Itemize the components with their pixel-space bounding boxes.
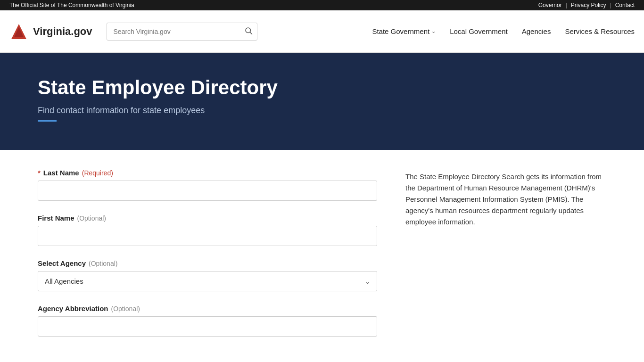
contact-link[interactable]: Contact xyxy=(615,2,635,8)
nav-local-government[interactable]: Local Government xyxy=(450,27,508,35)
hero-subtitle: Find contact information for state emplo… xyxy=(38,106,606,115)
first-name-qualifier: (Optional) xyxy=(77,214,106,222)
search-icon xyxy=(244,26,253,35)
privacy-policy-link[interactable]: Privacy Policy xyxy=(571,2,606,8)
virginia-logo-icon xyxy=(9,22,28,41)
hero-underline xyxy=(38,120,57,122)
nav-state-government[interactable]: State Government ⌄ xyxy=(372,27,436,35)
agency-abbreviation-label-text: Agency Abbreviation xyxy=(38,304,108,313)
select-agency-qualifier: (Optional) xyxy=(89,260,117,267)
search-area xyxy=(107,23,257,41)
chevron-down-icon: ⌄ xyxy=(431,28,436,34)
official-site-text: The Official Site of The Commonwealth of… xyxy=(9,2,134,8)
divider-2: | xyxy=(610,2,611,8)
first-name-label-text: First Name xyxy=(38,214,74,222)
top-bar-links: Governor | Privacy Policy | Contact xyxy=(538,2,635,8)
main-nav: State Government ⌄ Local Government Agen… xyxy=(372,27,635,35)
agency-abbreviation-group: Agency Abbreviation (Optional) xyxy=(38,304,377,337)
logo-text: Virginia.gov xyxy=(33,25,92,38)
required-star: * xyxy=(38,169,41,177)
agency-select[interactable]: All Agencies xyxy=(38,271,377,291)
nav-services-resources[interactable]: Services & Resources xyxy=(565,27,635,35)
search-button[interactable] xyxy=(244,26,253,37)
svg-line-3 xyxy=(250,32,252,34)
form-section: * Last Name (Required) First Name (Optio… xyxy=(38,169,377,350)
page-title: State Employee Directory xyxy=(38,76,606,99)
select-agency-label: Select Agency (Optional) xyxy=(38,259,377,267)
header: Virginia.gov State Government ⌄ Local Go… xyxy=(0,10,644,53)
sidebar-info: The State Employee Directory Search gets… xyxy=(405,169,606,350)
main-content: * Last Name (Required) First Name (Optio… xyxy=(0,150,644,362)
select-agency-wrapper: All Agencies ⌄ xyxy=(38,271,377,291)
last-name-group: * Last Name (Required) xyxy=(38,169,377,201)
top-bar: The Official Site of The Commonwealth of… xyxy=(0,0,644,10)
logo-link[interactable]: Virginia.gov xyxy=(9,22,92,41)
governor-link[interactable]: Governor xyxy=(538,2,562,8)
select-agency-label-text: Select Agency xyxy=(38,259,86,267)
last-name-qualifier: (Required) xyxy=(82,169,113,177)
last-name-label: * Last Name (Required) xyxy=(38,169,377,177)
first-name-label: First Name (Optional) xyxy=(38,214,377,222)
first-name-input[interactable] xyxy=(38,226,377,246)
agency-abbreviation-qualifier: (Optional) xyxy=(111,305,140,313)
sidebar-info-text: The State Employee Directory Search gets… xyxy=(405,171,606,228)
last-name-label-text: Last Name xyxy=(43,169,79,177)
agency-abbreviation-label: Agency Abbreviation (Optional) xyxy=(38,304,377,313)
agency-abbreviation-input[interactable] xyxy=(38,316,377,337)
divider-1: | xyxy=(566,2,567,8)
hero-section: State Employee Directory Find contact in… xyxy=(0,53,644,150)
last-name-input[interactable] xyxy=(38,181,377,201)
search-input[interactable] xyxy=(107,23,257,41)
select-agency-group: Select Agency (Optional) All Agencies ⌄ xyxy=(38,259,377,291)
nav-agencies[interactable]: Agencies xyxy=(522,27,551,35)
first-name-group: First Name (Optional) xyxy=(38,214,377,246)
